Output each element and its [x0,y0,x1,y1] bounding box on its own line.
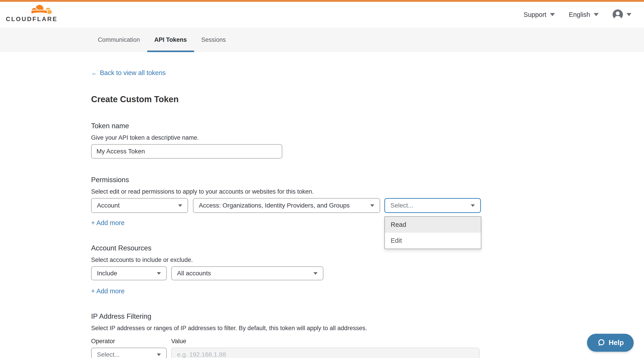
chevron-down-icon [370,204,374,207]
permission-type-select[interactable]: Account [91,198,188,213]
permissions-row: Account Access: Organizations, Identity … [91,198,644,213]
account-resources-add-more-link[interactable]: + Add more [91,287,124,295]
header-nav: Support English [524,2,632,28]
account-resources-heading: Account Resources [91,244,644,252]
app-header: CLOUDFLARE Support English [0,2,644,28]
chat-bubble-icon [597,338,606,347]
chevron-down-icon [594,13,599,16]
tab-label: API Tokens [154,36,187,43]
user-avatar-icon [612,10,623,20]
token-name-description: Give your API token a descriptive name. [91,134,644,142]
ip-value-input[interactable] [171,348,480,358]
permission-type-value: Account [97,202,120,209]
permissions-section: Permissions Select edit or read permissi… [91,176,644,227]
page-title: Create Custom Token [91,94,644,105]
ip-filtering-labels: Operator Value [91,337,644,345]
tab-label: Sessions [201,36,226,43]
permissions-description: Select edit or read permissions to apply… [91,188,644,195]
language-menu-label: English [569,11,590,19]
menu-option-read[interactable]: Read [385,217,481,233]
chevron-down-icon [157,353,161,356]
operator-label: Operator [91,337,171,345]
permission-scope-value: Access: Organizations, Identity Provider… [199,202,350,209]
brand-accent-bar [0,0,644,2]
support-menu-label: Support [524,11,546,19]
chevron-down-icon [157,272,161,275]
back-to-tokens-link[interactable]: ← Back to view all tokens [91,69,166,77]
permissions-heading: Permissions [91,176,644,184]
chevron-down-icon [626,13,632,16]
permission-level-value: Select... [390,202,413,209]
resource-account-value: All accounts [177,270,211,277]
cloudflare-logo[interactable]: CLOUDFLARE [6,4,54,23]
chevron-down-icon [314,272,318,275]
token-name-heading: Token name [91,122,644,130]
ip-filtering-section: IP Address Filtering Select IP addresses… [91,312,644,358]
menu-option-label: Read [391,221,406,228]
menu-option-label: Edit [391,237,402,244]
tab-communication[interactable]: Communication [91,28,147,52]
chevron-down-icon [471,204,475,207]
user-menu[interactable] [612,10,632,20]
ip-filtering-description: Select IP addresses or ranges of IP addr… [91,324,644,332]
value-label: Value [171,337,186,345]
menu-option-edit[interactable]: Edit [385,233,481,249]
tab-sessions[interactable]: Sessions [194,28,233,52]
ip-filtering-heading: IP Address Filtering [91,312,644,321]
language-menu[interactable]: English [569,11,599,19]
token-name-input[interactable] [91,144,282,159]
tab-api-tokens[interactable]: API Tokens [147,28,194,52]
account-resources-row: Include All accounts [91,266,644,280]
ip-operator-select[interactable]: Select... [91,348,167,358]
permission-scope-select[interactable]: Access: Organizations, Identity Provider… [193,198,380,213]
back-link-label: Back to view all tokens [100,69,166,77]
token-name-section: Token name Give your API token a descrip… [91,122,644,159]
cloudflare-logo-text: CLOUDFLARE [6,16,54,23]
back-arrow-icon: ← [91,69,98,77]
account-resources-description: Select accounts to include or exclude. [91,256,644,264]
help-button-label: Help [608,339,624,347]
chevron-down-icon [178,204,182,207]
resource-mode-select[interactable]: Include [91,266,167,280]
account-resources-section: Account Resources Select accounts to inc… [91,244,644,295]
help-button[interactable]: Help [587,334,634,352]
resource-mode-value: Include [97,270,117,277]
create-token-page: ← Back to view all tokens Create Custom … [0,52,644,358]
resource-account-select[interactable]: All accounts [171,266,323,280]
support-menu[interactable]: Support [524,11,555,19]
ip-operator-value: Select... [97,351,120,358]
profile-tabbar: Communication API Tokens Sessions [0,28,644,52]
cloudflare-cloud-icon [28,4,53,15]
permissions-add-more-link[interactable]: + Add more [91,219,124,227]
permission-level-menu: Read Edit [384,216,481,249]
permission-level-select[interactable]: Select... [384,198,481,213]
permission-level-anchor: Select... Read Edit [384,198,481,213]
ip-filtering-row: Select... [91,348,644,358]
tab-label: Communication [98,36,140,43]
chevron-down-icon [550,13,555,16]
